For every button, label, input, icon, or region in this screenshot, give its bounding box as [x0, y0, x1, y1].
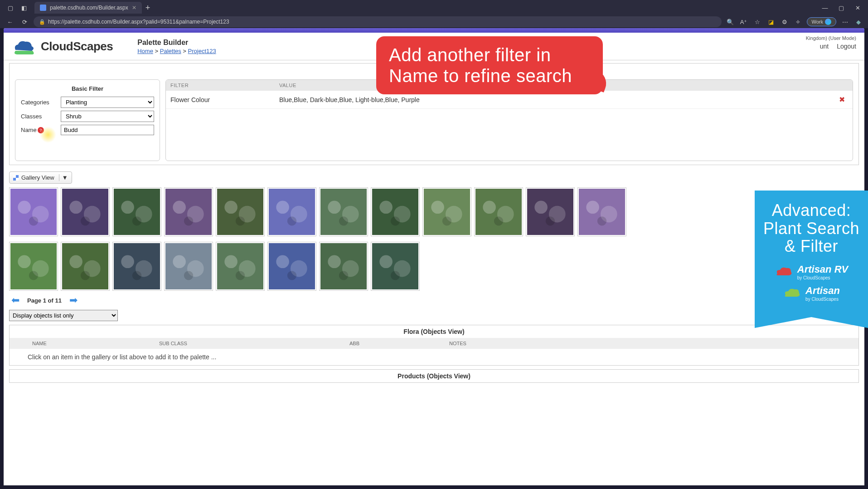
- plant-image: [424, 189, 470, 235]
- zoom-icon[interactable]: 🔍: [725, 17, 735, 27]
- gallery-thumb[interactable]: [61, 187, 110, 236]
- svg-point-11: [132, 216, 141, 225]
- breadcrumb-project[interactable]: Project123: [188, 48, 216, 54]
- plant-image: [372, 189, 418, 235]
- chevron-down-icon: ▼: [59, 174, 68, 181]
- gallery-thumb[interactable]: [9, 187, 58, 236]
- display-mode-select[interactable]: Display objects list only: [9, 310, 118, 321]
- artisan-rv-icon: [775, 265, 793, 278]
- svg-point-39: [494, 216, 503, 225]
- basic-filter-panel: Basic Filter Categories Planting Classes…: [15, 79, 160, 161]
- svg-point-35: [442, 216, 451, 225]
- close-tab-icon[interactable]: ✕: [132, 5, 136, 11]
- gallery-thumb[interactable]: [216, 242, 265, 291]
- plant-image: [114, 189, 160, 235]
- favorite-icon[interactable]: ☆: [752, 17, 762, 27]
- categories-select[interactable]: Planting: [61, 97, 154, 108]
- profile-pill[interactable]: Work: [807, 17, 836, 26]
- tab-title: palette.csdhub.com/Builder.aspx: [50, 5, 128, 11]
- plant-image: [475, 189, 522, 235]
- svg-point-37: [483, 201, 496, 214]
- svg-point-17: [224, 201, 238, 214]
- plant-image: [320, 243, 367, 289]
- breadcrumb-home[interactable]: Home: [137, 48, 153, 54]
- gallery-thumb[interactable]: [267, 242, 316, 291]
- close-window-icon[interactable]: ✕: [853, 3, 863, 13]
- svg-point-67: [236, 271, 245, 280]
- lock-icon: 🔒: [39, 19, 45, 25]
- gallery-thumb[interactable]: [112, 187, 161, 236]
- svg-point-19: [236, 216, 245, 225]
- page-prev-button[interactable]: ⬅: [9, 295, 22, 305]
- classes-label: Classes: [21, 113, 61, 120]
- new-tab-button[interactable]: +: [145, 3, 150, 13]
- more-icon[interactable]: ⋯: [840, 17, 850, 27]
- gallery-thumb[interactable]: [216, 187, 265, 236]
- collections-icon[interactable]: ✧: [793, 17, 803, 27]
- products-title: Products (Objects View): [10, 370, 858, 382]
- svg-point-51: [29, 271, 38, 280]
- refresh-button[interactable]: ⟳: [19, 16, 30, 27]
- settings-icon[interactable]: ⚙: [780, 17, 790, 27]
- plant-image: [269, 189, 315, 235]
- page-next-button[interactable]: ➡: [67, 295, 80, 305]
- minimize-icon[interactable]: —: [820, 3, 830, 13]
- back-button[interactable]: ←: [5, 16, 15, 27]
- account-link[interactable]: unt: [820, 43, 829, 50]
- extension-icon[interactable]: ◪: [766, 17, 776, 27]
- gallery-thumb[interactable]: [371, 242, 420, 291]
- svg-point-15: [184, 216, 193, 225]
- gallery-thumb[interactable]: [267, 187, 316, 236]
- gallery-thumb[interactable]: [577, 187, 626, 236]
- filter-col-header: FILTER: [170, 83, 279, 88]
- maximize-icon[interactable]: ▢: [836, 3, 846, 13]
- plant-image: [579, 189, 625, 235]
- name-input[interactable]: [61, 125, 154, 135]
- personal-icon[interactable]: ▢: [5, 3, 15, 13]
- categories-label: Categories: [21, 99, 61, 106]
- copilot-icon[interactable]: ◆: [853, 17, 863, 27]
- classes-select[interactable]: Shrub: [61, 111, 154, 122]
- svg-point-27: [339, 216, 348, 225]
- gallery-thumb[interactable]: [371, 187, 420, 236]
- gallery-thumb[interactable]: [422, 187, 471, 236]
- plant-image: [217, 243, 263, 289]
- svg-point-55: [81, 271, 90, 280]
- svg-point-25: [328, 201, 341, 214]
- gallery-thumb[interactable]: [319, 187, 368, 236]
- url-text: https://palette.csdhub.com/Builder.aspx?…: [48, 19, 229, 25]
- plant-image: [372, 243, 418, 289]
- svg-point-45: [586, 201, 599, 214]
- gallery-thumb[interactable]: [9, 242, 58, 291]
- svg-point-61: [173, 255, 186, 269]
- svg-point-1: [18, 201, 31, 214]
- value-col-header: VALUE: [279, 83, 296, 88]
- svg-point-73: [328, 255, 341, 269]
- plant-image: [165, 189, 212, 235]
- browser-tab[interactable]: palette.csdhub.com/Builder.aspx ✕: [34, 2, 142, 14]
- workspace-icon[interactable]: ◧: [19, 3, 29, 13]
- gallery-thumb[interactable]: [112, 242, 161, 291]
- flora-title: Flora (Objects View): [10, 325, 858, 338]
- gallery-thumb[interactable]: [474, 187, 523, 236]
- svg-point-77: [379, 255, 393, 269]
- pager-label: Page 1 of 11: [27, 297, 62, 304]
- gallery-thumb[interactable]: [61, 242, 110, 291]
- gallery-view-button[interactable]: Gallery View ▼: [9, 171, 72, 184]
- remove-filter-icon[interactable]: ✖: [839, 95, 848, 104]
- url-bar[interactable]: 🔒 https://palette.csdhub.com/Builder.asp…: [34, 16, 722, 27]
- flora-objects-view: Flora (Objects View) NAME SUB CLASS ABB …: [9, 325, 859, 366]
- gallery-thumb[interactable]: [526, 187, 575, 236]
- reader-icon[interactable]: A⁺: [739, 17, 749, 27]
- name-label: Name?: [21, 127, 61, 134]
- breadcrumb-palettes[interactable]: Palettes: [160, 48, 181, 54]
- gallery-thumb[interactable]: [164, 187, 213, 236]
- name-help-icon[interactable]: ?: [38, 127, 44, 133]
- svg-point-41: [534, 201, 548, 214]
- profile-label: Work: [812, 19, 823, 24]
- col-abb: ABB: [349, 341, 449, 346]
- logout-link[interactable]: Logout: [837, 43, 856, 50]
- gallery-thumb[interactable]: [319, 242, 368, 291]
- gallery-thumb[interactable]: [164, 242, 213, 291]
- svg-point-21: [276, 201, 289, 214]
